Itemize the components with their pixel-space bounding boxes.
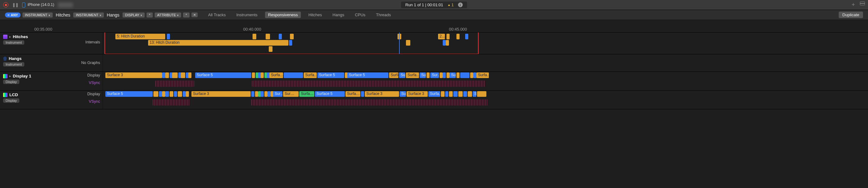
tab-all-tracks[interactable]: All Tracks [205, 11, 229, 18]
disclosure-icon[interactable] [9, 74, 11, 78]
device-selector[interactable]: iPhone (14.0.1) [22, 2, 54, 7]
surface-bar[interactable]: Surfa… [476, 73, 489, 78]
duplicate-button[interactable]: Duplicate [839, 11, 863, 18]
surface-bar[interactable] [443, 73, 446, 78]
surface-bar[interactable] [468, 91, 472, 97]
surface-bar[interactable] [470, 73, 473, 78]
surface-bar[interactable] [265, 91, 268, 97]
record-button[interactable] [3, 2, 8, 7]
hitch-bar[interactable]: 5: Hitch Duration [115, 34, 165, 39]
surface-bar[interactable] [183, 91, 186, 97]
surface-bar[interactable] [178, 91, 182, 97]
tab-threads[interactable]: Threads [373, 11, 394, 18]
surface-bar[interactable] [172, 73, 178, 78]
hitch-bar[interactable] [446, 40, 449, 46]
panel-toggle-icon[interactable] [860, 2, 865, 5]
surface-bar[interactable] [181, 73, 185, 78]
surface-bar[interactable] [188, 73, 191, 78]
surface-bar[interactable] [460, 73, 469, 78]
playhead[interactable] [399, 32, 400, 54]
filter-attribute-pill[interactable]: ATTRIBUTE [155, 12, 181, 18]
surface-bar[interactable] [427, 73, 430, 78]
surface-bar[interactable]: Surfa… [389, 73, 399, 78]
hitch-bar[interactable] [406, 40, 410, 46]
surface-bar[interactable]: Su… [399, 73, 405, 78]
track-body[interactable]: 5: Hitch Duration 2… 13: Hitch Duration [103, 32, 868, 54]
surface-bar[interactable]: Su… [400, 91, 406, 97]
hitch-bar[interactable] [167, 34, 170, 39]
filter-clear-button[interactable] [191, 12, 198, 17]
surface-bar[interactable]: Surfa… [299, 91, 314, 97]
track-body[interactable] [103, 54, 868, 72]
surface-bar[interactable] [186, 91, 189, 97]
surface-bar[interactable]: Sur… [430, 73, 439, 78]
surface-bar[interactable]: Su… [473, 91, 476, 97]
filter-display-pill[interactable]: DISPLAY [123, 12, 145, 18]
surface-bar[interactable]: Surface 5 [195, 73, 251, 78]
instrument-badge[interactable]: Instrument [3, 40, 24, 45]
tab-instruments[interactable]: Instruments [233, 11, 261, 18]
surface-bar[interactable]: Surface 3 [191, 91, 251, 97]
surface-bar[interactable] [261, 73, 264, 78]
surface-bar[interactable] [159, 91, 162, 97]
surface-bar[interactable] [251, 91, 254, 97]
surface-bar[interactable] [457, 73, 460, 78]
surface-bar[interactable] [162, 73, 165, 78]
surface-bar[interactable]: Sur… [283, 91, 299, 97]
surface-bar[interactable] [268, 91, 271, 97]
surface-bar[interactable]: Surface 5 [347, 73, 389, 78]
surface-bar[interactable]: Surface 3 [407, 91, 428, 97]
surface-bar[interactable] [261, 91, 264, 97]
surface-bar[interactable]: Sur… [273, 91, 282, 97]
surface-bar[interactable]: Surface 5 [317, 73, 344, 78]
surface-bar[interactable] [449, 91, 453, 97]
surface-bar[interactable] [477, 91, 486, 97]
add-button[interactable] [851, 2, 855, 8]
surface-bar[interactable]: Surfa… [269, 73, 283, 78]
hitch-bar[interactable] [446, 34, 450, 39]
info-icon[interactable]: i [458, 2, 463, 7]
surface-bar[interactable] [463, 91, 467, 97]
surface-bar[interactable]: Su… [420, 73, 426, 78]
track-body[interactable]: Surface 3 Surface 5 Surfa… Surfa… Surfac… [103, 72, 868, 90]
surface-bar[interactable] [165, 91, 169, 97]
surface-bar[interactable] [453, 91, 458, 97]
hitch-bar[interactable]: 2… [438, 34, 445, 39]
tab-cpus[interactable]: CPUs [352, 11, 369, 18]
warning-badge[interactable]: 1 [447, 3, 454, 7]
hitch-bar[interactable] [269, 46, 273, 52]
track-body[interactable]: Surface 5 Surface 3 Sur… Sur… Surfa… Sur… [103, 90, 868, 109]
disclosure-icon[interactable] [9, 35, 11, 38]
display-badge[interactable]: Display [3, 98, 19, 103]
filter-instrument-pill-2[interactable]: INSTRUMENT [73, 12, 103, 18]
display-badge[interactable]: Display [3, 80, 19, 84]
hitch-bar[interactable] [266, 34, 270, 39]
surface-bar[interactable]: Sur… [450, 73, 456, 78]
hitch-bar[interactable] [289, 40, 292, 46]
surface-bar[interactable] [284, 73, 303, 78]
hitch-bar[interactable] [252, 34, 256, 39]
surface-bar[interactable]: Surface 5 [105, 91, 153, 97]
tab-responsiveness[interactable]: Responsiveness [265, 11, 301, 18]
hitch-bar[interactable] [279, 34, 282, 39]
tab-hangs[interactable]: Hangs [330, 11, 348, 18]
surface-bar[interactable] [446, 73, 450, 78]
surface-bar[interactable] [162, 91, 165, 97]
hitch-bar[interactable] [290, 34, 294, 39]
surface-bar[interactable] [169, 91, 173, 97]
hitch-bar[interactable] [457, 34, 460, 39]
tab-hitches[interactable]: Hitches [305, 11, 325, 18]
surface-bar[interactable] [473, 73, 476, 78]
time-ruler[interactable]: 00:35.000 00:40.000 00:45.000 [0, 20, 868, 32]
surface-bar[interactable]: Surface 5 [315, 91, 345, 97]
pause-button[interactable]: ❚❚ [12, 2, 19, 7]
hitch-bar[interactable] [443, 40, 446, 46]
surface-bar[interactable]: Surface 3 [365, 91, 399, 97]
surface-bar[interactable]: Surfa… [345, 91, 361, 97]
surface-bar[interactable] [441, 91, 444, 97]
filter-display-star[interactable] [147, 12, 153, 18]
surface-bar[interactable]: Surface 3 [105, 73, 162, 78]
filter-attribute-star[interactable] [183, 12, 189, 18]
surface-bar[interactable] [255, 91, 258, 97]
hitch-bar[interactable] [465, 34, 468, 39]
